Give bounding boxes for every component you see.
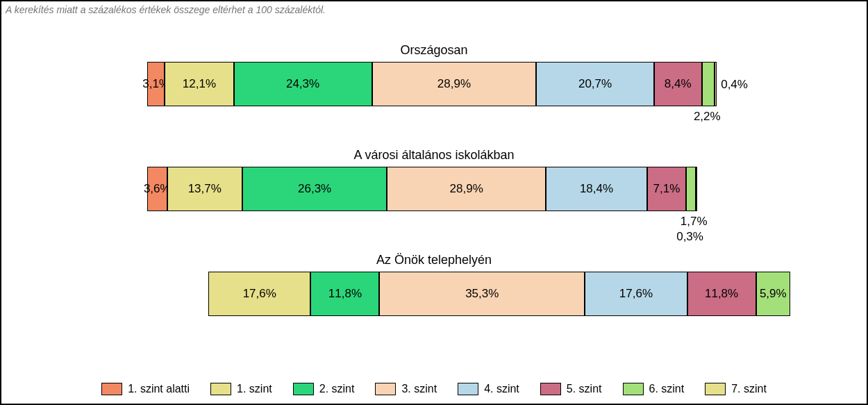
legend-swatch bbox=[540, 383, 561, 395]
legend-item: 1. szint bbox=[210, 383, 272, 395]
bar-segment: 5,9% bbox=[756, 272, 790, 316]
legend-item: 2. szint bbox=[293, 383, 355, 395]
bar-wrap: 17,6%11,8%35,3%17,6%11,8%5,9% bbox=[1, 272, 867, 316]
bar-segment: 13,7% bbox=[167, 167, 243, 211]
bar-segment: 35,3% bbox=[379, 272, 585, 316]
bar-segment: 0,4% bbox=[715, 62, 717, 106]
legend-label: 5. szint bbox=[567, 383, 602, 395]
legend-item: 7. szint bbox=[705, 383, 767, 395]
stacked-bar: 17,6%11,8%35,3%17,6%11,8%5,9% bbox=[208, 272, 790, 316]
external-label: 2,2% bbox=[694, 110, 721, 124]
legend-label: 3. szint bbox=[401, 383, 437, 395]
bar-segment: 12,1% bbox=[165, 62, 233, 106]
row-title: Az Önök telephelyén bbox=[1, 253, 867, 267]
bar-segment: 2,2% bbox=[702, 62, 715, 106]
legend-label: 7. szint bbox=[731, 383, 767, 395]
bar-segment: 17,6% bbox=[585, 272, 687, 316]
row-title: A városi általános iskolákban bbox=[1, 148, 867, 163]
chart-note: A kerekítés miatt a százalékos értékek ö… bbox=[6, 4, 326, 15]
bar-segment: 0,3% bbox=[696, 167, 697, 211]
legend-swatch bbox=[705, 383, 726, 395]
legend-label: 2. szint bbox=[319, 383, 355, 395]
stacked-bar: 3,1%12,1%24,3%28,9%20,7%8,4%2,2%0,4% bbox=[147, 62, 717, 106]
legend-item: 3. szint bbox=[375, 383, 437, 395]
stacked-bar: 3,6%13,7%26,3%28,9%18,4%7,1%1,7%0,3% bbox=[147, 167, 697, 211]
legend-item: 4. szint bbox=[458, 383, 519, 395]
bar-segment: 3,6% bbox=[147, 167, 167, 211]
legend-item: 6. szint bbox=[623, 383, 685, 395]
bar-segment: 26,3% bbox=[242, 167, 387, 211]
legend-swatch bbox=[101, 383, 122, 395]
chart-area: Országosan3,1%12,1%24,3%28,9%20,7%8,4%2,… bbox=[1, 43, 867, 358]
legend-swatch bbox=[458, 383, 478, 395]
external-label: 0,4% bbox=[721, 78, 748, 92]
legend-item: 1. szint alatti bbox=[101, 383, 190, 395]
legend-label: 1. szint alatti bbox=[128, 383, 190, 395]
legend: 1. szint alatti1. szint2. szint3. szint4… bbox=[1, 383, 867, 395]
bar-segment: 8,4% bbox=[654, 62, 702, 106]
external-label: 0,3% bbox=[676, 230, 703, 244]
bar-segment: 17,6% bbox=[208, 272, 310, 316]
chart-container: A kerekítés miatt a százalékos értékek ö… bbox=[0, 0, 868, 405]
legend-swatch bbox=[375, 383, 396, 395]
bar-segment: 24,3% bbox=[234, 62, 372, 106]
row-title: Országosan bbox=[1, 43, 867, 58]
bar-segment: 28,9% bbox=[387, 167, 546, 211]
bar-segment: 28,9% bbox=[372, 62, 537, 106]
legend-swatch bbox=[210, 383, 231, 395]
bar-segment: 18,4% bbox=[546, 167, 647, 211]
bar-segment: 20,7% bbox=[536, 62, 654, 106]
legend-swatch bbox=[293, 383, 314, 395]
legend-item: 5. szint bbox=[540, 383, 602, 395]
bar-segment: 3,1% bbox=[147, 62, 165, 106]
external-label: 1,7% bbox=[681, 215, 708, 229]
bar-wrap: 3,1%12,1%24,3%28,9%20,7%8,4%2,2%0,4% bbox=[1, 62, 867, 106]
legend-swatch bbox=[623, 383, 644, 395]
legend-label: 4. szint bbox=[484, 383, 519, 395]
bar-segment: 11,8% bbox=[687, 272, 756, 316]
legend-label: 1. szint bbox=[237, 383, 272, 395]
legend-label: 6. szint bbox=[649, 383, 685, 395]
bar-wrap: 3,6%13,7%26,3%28,9%18,4%7,1%1,7%0,3% bbox=[1, 167, 867, 211]
bar-segment: 7,1% bbox=[647, 167, 686, 211]
bar-segment: 11,8% bbox=[310, 272, 379, 316]
bar-segment: 1,7% bbox=[686, 167, 695, 211]
